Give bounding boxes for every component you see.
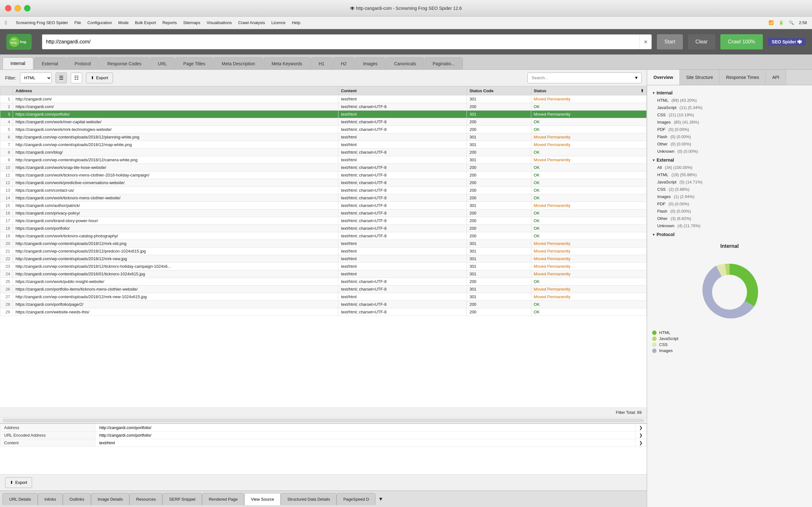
right-panel-content[interactable]: ▼ Internal HTML (89) (43.20%) JavaScript… <box>647 85 812 507</box>
table-row[interactable]: 27 http://zangardi.com/wp-content/upload… <box>0 293 647 301</box>
clear-button[interactable]: Clear <box>688 34 715 49</box>
menu-bulk-export[interactable]: Bulk Export <box>132 19 158 26</box>
tree-item-ext-flash[interactable]: Flash (0) (0.00%) <box>647 208 812 215</box>
row-address[interactable]: http://zangardi.com/wp-content/uploads/2… <box>13 255 339 263</box>
row-content[interactable]: text/html; charset=UTF-8 <box>339 210 467 217</box>
close-button[interactable] <box>5 5 11 11</box>
detail-export-button[interactable]: ⬆ Export <box>5 477 32 488</box>
tab-external[interactable]: External <box>34 57 66 69</box>
start-button[interactable]: Start <box>657 34 683 49</box>
tab-internal[interactable]: Internal <box>3 57 33 69</box>
tab-more-button[interactable]: ▼ <box>375 494 386 504</box>
menu-reports[interactable]: Reports <box>160 19 180 26</box>
table-row[interactable]: 12 https://zangardi.com/work/predictive-… <box>0 179 647 187</box>
detail-scroll-url-encoded[interactable]: ❯ <box>635 432 647 439</box>
right-tab-api[interactable]: API <box>766 70 786 85</box>
apple-logo-icon[interactable]:  <box>5 20 7 26</box>
row-content[interactable]: text/html <box>339 156 467 164</box>
row-content[interactable]: text/html; charset=UTF-8 <box>339 278 467 285</box>
row-content[interactable]: text/html <box>339 141 467 149</box>
col-header-status[interactable]: Status ⬆ <box>531 87 647 95</box>
table-row[interactable]: 26 https://zangardi.com/portfolio-items/… <box>0 285 647 293</box>
tree-item-ext-images[interactable]: Images (1) (2.94%) <box>647 193 812 200</box>
tab-image-details[interactable]: Image Details <box>91 493 130 505</box>
table-row[interactable]: 11 https://zangardi.com/work/ticknors-me… <box>0 171 647 179</box>
row-content[interactable]: text/html <box>339 111 467 118</box>
legend-html[interactable]: HTML <box>652 330 807 335</box>
row-content[interactable]: text/html; charset=UTF-8 <box>339 308 467 316</box>
table-row[interactable]: 28 https://zangardi.com/portfolio/page/2… <box>0 301 647 308</box>
menu-visualisations[interactable]: Visualisations <box>204 19 235 26</box>
table-row[interactable]: 22 http://zangardi.com/wp-content/upload… <box>0 255 647 263</box>
row-address[interactable]: http://zangardi.com/wp-content/uploads/2… <box>13 263 339 270</box>
menu-file[interactable]: File <box>72 19 84 26</box>
table-row[interactable]: 19 https://zangardi.com/work/ticknors-ca… <box>0 232 647 240</box>
row-address[interactable]: https://zangardi.com/work/mrk-technologi… <box>13 126 339 133</box>
row-address[interactable]: http://zangardi.com/wp-content/uploads/2… <box>13 141 339 149</box>
row-address[interactable]: https://zangardi.com/author/patrick/ <box>13 202 339 210</box>
row-content[interactable]: text/html; charset=UTF-8 <box>339 126 467 133</box>
table-row[interactable]: 21 http://zangardi.com/wp-content/upload… <box>0 247 647 255</box>
detail-value-address[interactable] <box>96 424 635 432</box>
table-row[interactable]: 16 https://zangardi.com/privacy-policy/ … <box>0 210 647 217</box>
row-content[interactable]: text/html <box>339 133 467 141</box>
tree-item-unknown[interactable]: Unknown (0) (0.00%) <box>647 148 812 155</box>
table-row[interactable]: 29 https://zangardi.com/website-needs-th… <box>0 308 647 316</box>
minimize-button[interactable] <box>14 5 21 11</box>
tab-url-details[interactable]: URL Details <box>3 493 38 505</box>
table-row[interactable]: 1 http://zangardi.com/ text/html 301 Mov… <box>0 95 647 103</box>
row-content[interactable]: text/html; charset=UTF-8 <box>339 202 467 210</box>
right-tab-overview[interactable]: Overview <box>647 70 680 85</box>
right-tab-site-structure[interactable]: Site Structure <box>680 70 720 85</box>
legend-css[interactable]: CSS <box>652 342 807 347</box>
scroll-track[interactable] <box>3 418 644 422</box>
tree-item-other[interactable]: Other (0) (0.00%) <box>647 140 812 148</box>
table-row[interactable]: 24 http://zangardi.com/wp-content/upload… <box>0 270 647 278</box>
table-row[interactable]: 23 http://zangardi.com/wp-content/upload… <box>0 263 647 270</box>
tab-h2[interactable]: H2 <box>333 57 355 69</box>
row-content[interactable]: text/html <box>339 255 467 263</box>
table-row[interactable]: 6 http://zangardi.com/wp-content/uploads… <box>0 133 647 141</box>
row-content[interactable]: text/html; charset=UTF-8 <box>339 232 467 240</box>
table-row[interactable]: 20 http://zangardi.com/wp-content/upload… <box>0 240 647 247</box>
row-content[interactable]: text/html <box>339 95 467 103</box>
menu-configuration[interactable]: Configuration <box>85 19 114 26</box>
table-row[interactable]: 13 https://zangardi.com/contact-us/ text… <box>0 187 647 194</box>
tab-h1[interactable]: H1 <box>311 57 333 69</box>
row-content[interactable]: text/html <box>339 263 467 270</box>
row-content[interactable]: text/html <box>339 240 467 247</box>
table-row[interactable]: 18 https://zangardi.com/portfolio/ text/… <box>0 225 647 232</box>
tab-canonicals[interactable]: Canonicals <box>386 57 424 69</box>
tab-inlinks[interactable]: Inlinks <box>38 493 63 505</box>
tree-item-css[interactable]: CSS (21) (10.19%) <box>647 111 812 118</box>
table-row[interactable]: 3 https://zangardi.com/portfolio/ text/h… <box>0 111 647 118</box>
row-content[interactable]: text/html; charset=UTF-8 <box>339 171 467 179</box>
legend-images[interactable]: Images <box>652 348 807 353</box>
tab-resources[interactable]: Resources <box>130 493 162 505</box>
crawl-button[interactable]: Crawl 100% <box>720 34 763 49</box>
tree-item-html[interactable]: HTML (89) (43.20%) <box>647 97 812 104</box>
list-view-button[interactable]: ☰ <box>55 72 67 83</box>
table-row[interactable]: 7 http://zangardi.com/wp-content/uploads… <box>0 141 647 149</box>
row-content[interactable]: text/html; charset=UTF-8 <box>339 187 467 194</box>
menu-licence[interactable]: Licence <box>269 19 288 26</box>
row-address[interactable]: https://zangardi.com/portfolio/ <box>13 111 339 118</box>
tab-outlinks[interactable]: Outlinks <box>63 493 91 505</box>
tree-item-ext-html[interactable]: HTML (19) (55.88%) <box>647 171 812 178</box>
legend-javascript[interactable]: JavaScript <box>652 336 807 341</box>
tree-category-internal[interactable]: ▼ Internal <box>647 88 812 97</box>
detail-address-input[interactable] <box>99 425 631 430</box>
row-address[interactable]: https://zangardi.com/work/predictive-con… <box>13 179 339 187</box>
table-row[interactable]: 8 https://zangardi.com/blog/ text/html; … <box>0 149 647 156</box>
menu-crawl-analysis[interactable]: Crawl Analysis <box>236 19 268 26</box>
table-row[interactable]: 5 https://zangardi.com/work/mrk-technolo… <box>0 126 647 133</box>
tree-item-ext-css[interactable]: CSS (2) (5.88%) <box>647 186 812 193</box>
window-controls[interactable] <box>5 5 31 11</box>
row-content[interactable]: text/html; charset=UTF-8 <box>339 301 467 308</box>
col-header-content[interactable]: Content <box>339 87 467 95</box>
tree-item-flash[interactable]: Flash (0) (0.00%) <box>647 133 812 140</box>
detail-value-content[interactable] <box>96 439 635 447</box>
tab-url[interactable]: URL <box>150 57 175 69</box>
tree-item-javascript[interactable]: JavaScript (11) (5.34%) <box>647 104 812 111</box>
row-address[interactable]: https://zangardi.com/website-needs-this/ <box>13 308 339 316</box>
